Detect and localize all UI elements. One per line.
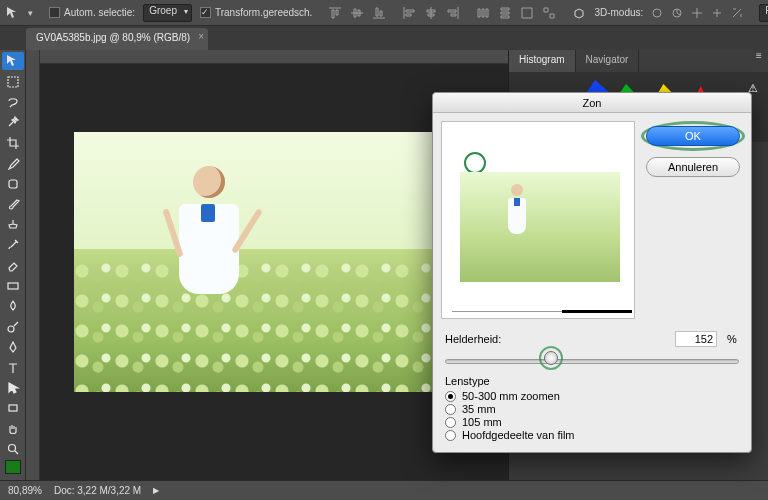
path-select-tool[interactable] <box>2 379 24 397</box>
align-bottom-icon[interactable] <box>372 3 386 23</box>
distribute-4-icon[interactable] <box>542 3 556 23</box>
document-tab-title: GV0A5385b.jpg @ 80,9% (RGB/8) <box>36 32 190 43</box>
status-bar: 80,89% Doc: 3,22 M/3,22 M ▶ <box>0 480 768 500</box>
distribute-v-icon[interactable] <box>498 3 512 23</box>
magic-wand-tool[interactable] <box>2 113 24 131</box>
3d-slide-icon[interactable] <box>711 3 723 23</box>
lenstype-option-label: 105 mm <box>462 416 502 428</box>
lenstype-option[interactable]: 50-300 mm zoomen <box>445 390 739 402</box>
blur-tool[interactable] <box>2 297 24 315</box>
svg-rect-7 <box>9 405 17 411</box>
clone-stamp-tool[interactable] <box>2 215 24 233</box>
gradient-tool[interactable] <box>2 277 24 295</box>
svg-rect-3 <box>8 77 18 87</box>
ok-button[interactable]: OK <box>646 126 740 146</box>
lenstype-option-label: Hoofdgedeelte van film <box>462 429 575 441</box>
pen-tool[interactable] <box>2 338 24 356</box>
type-tool[interactable] <box>2 358 24 376</box>
lenstype-option-label: 50-300 mm zoomen <box>462 390 560 402</box>
transform-controls-label: Transform.gereedsch. <box>215 7 312 18</box>
dodge-tool[interactable] <box>2 317 24 335</box>
lens-flare-dialog: Zon OK Annuleren Helderheid: % <box>432 92 752 453</box>
ok-highlight-ring: OK <box>641 121 745 151</box>
lenstype-option-label: 35 mm <box>462 403 496 415</box>
preview-thumbnail <box>460 172 620 282</box>
healing-brush-tool[interactable] <box>2 175 24 193</box>
align-right-icon[interactable] <box>446 3 460 23</box>
lenstype-option[interactable]: 35 mm <box>445 403 739 415</box>
eyedropper-tool[interactable] <box>2 154 24 172</box>
doc-size-readout: Doc: 3,22 M/3,22 M <box>54 485 141 496</box>
radio-icon <box>445 417 456 428</box>
auto-select-checkbox[interactable]: Autom. selectie: <box>49 7 135 18</box>
foreground-color-swatch[interactable] <box>5 460 21 474</box>
vertical-ruler <box>26 50 40 480</box>
crop-tool[interactable] <box>2 134 24 152</box>
tools-panel <box>0 50 26 480</box>
lenstype-option[interactable]: 105 mm <box>445 416 739 428</box>
document-image <box>74 132 464 392</box>
align-left-icon[interactable] <box>402 3 416 23</box>
radio-icon <box>445 430 456 441</box>
transform-controls-checkbox[interactable]: Transform.gereedsch. <box>200 7 312 18</box>
flare-center-cursor[interactable] <box>464 152 486 174</box>
document-tab[interactable]: GV0A5385b.jpg @ 80,9% (RGB/8) × <box>26 28 208 50</box>
hand-tool[interactable] <box>2 420 24 438</box>
align-vcenter-icon[interactable] <box>350 3 364 23</box>
auto-select-label: Autom. selectie: <box>64 7 135 18</box>
brush-tool[interactable] <box>2 195 24 213</box>
tab-navigator[interactable]: Navigator <box>576 50 640 72</box>
brightness-slider[interactable] <box>445 353 739 369</box>
align-top-icon[interactable] <box>328 3 342 23</box>
zoom-tool[interactable] <box>2 440 24 458</box>
lasso-tool[interactable] <box>2 93 24 111</box>
3d-scale-icon[interactable] <box>731 3 743 23</box>
lenstype-legend: Lenstype <box>445 375 739 387</box>
brightness-input[interactable] <box>675 331 717 347</box>
distribute-h-icon[interactable] <box>476 3 490 23</box>
distribute-3-icon[interactable] <box>520 3 534 23</box>
3d-mode-label: 3D-modus: <box>594 7 643 18</box>
lenstype-group: Lenstype 50-300 mm zoomen35 mm105 mmHoof… <box>445 375 739 441</box>
svg-point-8 <box>8 445 15 452</box>
svg-point-6 <box>8 326 14 332</box>
status-menu-icon[interactable]: ▶ <box>153 486 159 495</box>
3d-roll-icon[interactable] <box>671 3 683 23</box>
eraser-tool[interactable] <box>2 256 24 274</box>
flare-preview[interactable] <box>441 121 635 319</box>
rectangle-tool[interactable] <box>2 399 24 417</box>
options-bar: ▾ Autom. selectie: Groep Transform.geree… <box>0 0 768 26</box>
brightness-label: Helderheid: <box>445 333 505 345</box>
3d-cube-icon[interactable] <box>572 3 586 23</box>
workspace-switcher-dropdown[interactable]: Fotografie <box>759 4 768 22</box>
svg-rect-5 <box>8 283 18 289</box>
lenstype-option[interactable]: Hoofdgedeelte van film <box>445 429 739 441</box>
slider-highlight-ring <box>539 346 563 370</box>
horizontal-ruler <box>26 50 508 64</box>
move-tool-icon <box>6 2 20 24</box>
zoom-readout[interactable]: 80,89% <box>8 485 42 496</box>
brightness-unit: % <box>727 333 739 345</box>
tab-histogram[interactable]: Histogram <box>509 50 576 72</box>
auto-select-type-dropdown[interactable]: Groep <box>143 4 192 22</box>
panel-menu-icon[interactable]: ≡ <box>750 50 768 72</box>
dialog-title: Zon <box>433 93 751 113</box>
svg-point-0 <box>653 9 661 17</box>
3d-pan-icon[interactable] <box>691 3 703 23</box>
document-tab-bar: GV0A5385b.jpg @ 80,9% (RGB/8) × <box>0 26 768 50</box>
history-brush-tool[interactable] <box>2 236 24 254</box>
marquee-tool[interactable] <box>2 72 24 90</box>
move-tool[interactable] <box>2 52 24 70</box>
cancel-button[interactable]: Annuleren <box>646 157 740 177</box>
3d-orbit-icon[interactable] <box>651 3 663 23</box>
align-hcenter-icon[interactable] <box>424 3 438 23</box>
radio-icon <box>445 391 456 402</box>
close-icon[interactable]: × <box>198 31 204 42</box>
radio-icon <box>445 404 456 415</box>
